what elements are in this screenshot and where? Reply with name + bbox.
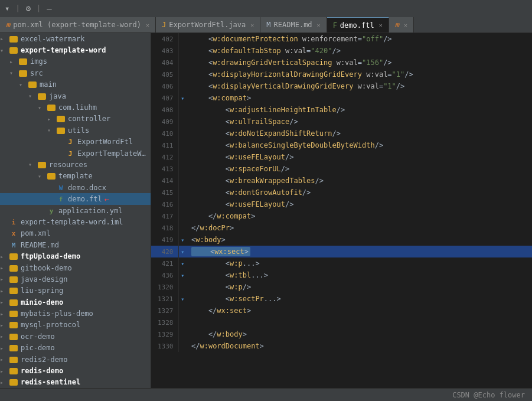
sidebar-item-controller[interactable]: ▸controller xyxy=(0,113,151,125)
settings-icon[interactable]: ⚙ xyxy=(26,4,31,13)
fold-marker[interactable]: ▾ xyxy=(178,92,187,104)
line-number: 417 xyxy=(151,210,178,222)
fold-marker[interactable]: ▾ xyxy=(178,246,187,257)
sidebar-item-application.yml[interactable]: yapplication.yml xyxy=(0,205,151,216)
fold-marker[interactable]: ▾ xyxy=(178,234,187,246)
sidebar-item-demo.ftl[interactable]: fdemo.ftl← xyxy=(0,193,151,204)
fold-marker[interactable] xyxy=(178,198,187,210)
sidebar-item-java[interactable]: ▾java xyxy=(0,90,151,102)
fold-marker[interactable]: ▾ xyxy=(178,293,187,305)
fold-marker[interactable] xyxy=(178,328,187,340)
fold-marker[interactable] xyxy=(178,69,187,80)
code-content: <w:useFELayout/> xyxy=(187,151,532,163)
tab-exportword[interactable]: J ExportWordFtl.java ✕ xyxy=(156,17,260,32)
tree-label-mysql-protocol: mysql-protocol xyxy=(21,321,80,329)
sidebar-item-export-template-word[interactable]: ▾export-template-word xyxy=(0,44,151,56)
line-number: 412 xyxy=(151,151,178,163)
tab-more[interactable]: m ✕ xyxy=(389,17,414,32)
tab-pom[interactable]: m pom.xml (export-template-word) ✕ xyxy=(0,17,156,32)
fold-marker[interactable] xyxy=(178,187,187,198)
sidebar-item-pom.xml[interactable]: xpom.xml xyxy=(0,228,151,239)
sidebar-item-mybatis-plus-demo[interactable]: ▸mybatis-plus-demo xyxy=(0,308,151,319)
tab-readme[interactable]: M README.md ✕ xyxy=(260,17,327,32)
sidebar-item-ExportWordFtl[interactable]: JExportWordFtl xyxy=(0,136,151,148)
sidebar-item-imgs[interactable]: ▸imgs xyxy=(0,56,151,67)
sidebar-item-ExportTemplateWordAppli[interactable]: JExportTemplateWordAppli... xyxy=(0,148,151,159)
fold-marker[interactable] xyxy=(178,151,187,163)
sidebar-item-ftpUpload-demo[interactable]: ▸ftpUpload-demo xyxy=(0,250,151,262)
code-content: <w:tbl...> xyxy=(187,269,532,281)
tab-close-readme[interactable]: ✕ xyxy=(317,22,321,28)
tab-close-more[interactable]: ✕ xyxy=(404,22,407,28)
sidebar-item-gitbook-demo[interactable]: ▸gitbook-demo xyxy=(0,262,151,273)
code-editor: 402 <w:documentProtection w:enforcement=… xyxy=(151,33,532,388)
code-content: <w:displayVerticalDrawingGridEvery w:val… xyxy=(187,80,532,92)
code-line: 414 <w:breakWrappedTables/> xyxy=(151,175,532,187)
tree-label-java: java xyxy=(49,92,66,100)
icon-folder xyxy=(56,115,66,123)
line-number: 1329 xyxy=(151,328,178,340)
code-line: 407▾ <w:compat> xyxy=(151,92,532,104)
fold-marker[interactable] xyxy=(178,222,187,234)
sidebar-item-src[interactable]: ▾src xyxy=(0,67,151,79)
code-line: 410 <w:doNotExpandShiftReturn/> xyxy=(151,128,532,139)
sidebar-item-redis-demo[interactable]: ▸redis-demo xyxy=(0,365,151,376)
sidebar-item-java-design[interactable]: ▸java-design xyxy=(0,273,151,285)
icon-java: J xyxy=(65,138,76,146)
fold-marker[interactable] xyxy=(178,139,187,151)
icon-yml: y xyxy=(46,207,57,215)
line-number: 1330 xyxy=(151,340,178,352)
code-content: <w:p/> xyxy=(187,281,532,293)
sidebar-item-minio-demo[interactable]: ▸minio-demo xyxy=(0,296,151,308)
fold-marker[interactable] xyxy=(178,57,187,69)
tree-arrow-utils: ▾ xyxy=(47,127,56,133)
icon-md: M xyxy=(8,241,19,249)
fold-marker[interactable] xyxy=(178,104,187,116)
tab-close-exportword[interactable]: ✕ xyxy=(250,22,254,28)
sidebar-item-demo.docx[interactable]: Wdemo.docx xyxy=(0,182,151,193)
line-number: 418 xyxy=(151,222,178,234)
fold-marker[interactable] xyxy=(178,305,187,317)
fold-marker[interactable] xyxy=(178,210,187,222)
fold-marker[interactable] xyxy=(178,33,187,45)
sidebar-item-redis-sentinel[interactable]: ▸redis-sentinel xyxy=(0,377,151,388)
tab-demo[interactable]: F demo.ftl ✕ xyxy=(327,17,389,32)
fold-marker[interactable] xyxy=(178,116,187,128)
sidebar-item-java-spring[interactable]: ▸liu-spring xyxy=(0,285,151,296)
fold-marker[interactable] xyxy=(178,317,187,328)
sidebar-item-template[interactable]: ▾template xyxy=(0,171,151,182)
sidebar-item-main[interactable]: ▾main xyxy=(0,79,151,90)
fold-marker[interactable]: ▾ xyxy=(178,257,187,269)
fold-marker[interactable] xyxy=(178,175,187,187)
code-line: 406 <w:displayVerticalDrawingGridEvery w… xyxy=(151,80,532,92)
tree-arrow-redis-sentinel: ▸ xyxy=(0,379,8,386)
sidebar-item-excel-watermark[interactable]: ▸excel-watermark xyxy=(0,33,151,44)
tab-close-demo[interactable]: ✕ xyxy=(379,22,383,28)
code-scroll[interactable]: 402 <w:documentProtection w:enforcement=… xyxy=(151,33,532,388)
sidebar-item-mysql-protocol[interactable]: ▸mysql-protocol xyxy=(0,320,151,331)
tree-label-src: src xyxy=(30,69,43,77)
fold-marker[interactable] xyxy=(178,45,187,57)
tree-label-gitbook-demo: gitbook-demo xyxy=(21,264,72,272)
menu-icon[interactable]: ▾ xyxy=(5,4,9,13)
tree-arrow-ocr-demo: ▸ xyxy=(0,333,8,340)
icon-ftl: f xyxy=(56,195,66,203)
sidebar-item-redis2-demo[interactable]: ▸redis2-demo xyxy=(0,354,151,365)
fold-marker[interactable] xyxy=(178,80,187,92)
tree-arrow-redis2-demo: ▸ xyxy=(0,356,8,363)
fold-marker[interactable]: ▾ xyxy=(178,269,187,281)
sidebar-item-utils[interactable]: ▾utils xyxy=(0,125,151,136)
code-line: 411 <w:balanceSingleByteDoubleByteWidth/… xyxy=(151,139,532,151)
sidebar-item-ocr-demo[interactable]: ▸ocr-demo xyxy=(0,331,151,342)
sidebar-item-pic-demo[interactable]: ▸pic-demo xyxy=(0,343,151,354)
sidebar-item-resources[interactable]: ▾resources xyxy=(0,159,151,170)
sidebar-item-README.md[interactable]: MREADME.md xyxy=(0,239,151,250)
tab-close-pom[interactable]: ✕ xyxy=(146,22,149,28)
fold-marker[interactable] xyxy=(178,163,187,175)
sidebar-item-export-template-word.iml[interactable]: iexport-template-word.iml xyxy=(0,216,151,227)
minimize-icon[interactable]: — xyxy=(47,4,51,13)
fold-marker[interactable] xyxy=(178,281,187,293)
fold-marker[interactable] xyxy=(178,128,187,139)
sidebar-item-com.liuhm[interactable]: ▾com.liuhm xyxy=(0,102,151,113)
fold-marker[interactable] xyxy=(178,340,187,352)
